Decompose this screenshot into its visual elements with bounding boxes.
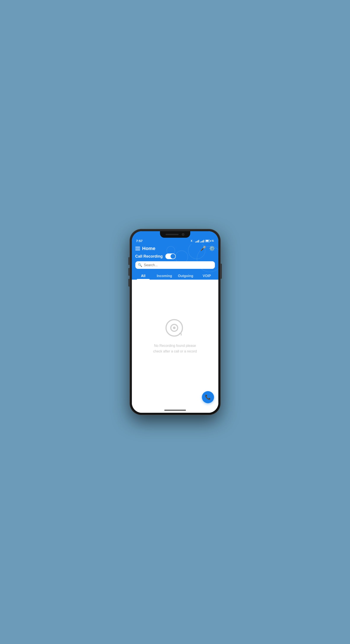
status-right: X · [191, 240, 214, 242]
header-row: Home 🎤 ⚙️ [135, 246, 215, 251]
empty-state-icon [164, 318, 186, 340]
search-bar[interactable]: 🔍 [135, 261, 215, 269]
app-title: Home [142, 246, 156, 251]
tab-voip[interactable]: VOIP [196, 272, 218, 280]
signal-bar [197, 240, 198, 242]
svg-point-2 [173, 326, 176, 329]
status-time: 7:57 [136, 239, 143, 243]
phone-screen: 7:57 X · [132, 231, 218, 413]
home-indicator [132, 408, 218, 413]
call-recording-row: Call Recording [135, 254, 215, 259]
hamburger-line [135, 247, 140, 248]
tab-all[interactable]: All [133, 272, 154, 280]
settings-button[interactable]: ⚙️ [209, 246, 215, 251]
phone-frame: 7:57 X · [130, 229, 220, 415]
signal-bar [200, 242, 201, 242]
signal-bar [204, 240, 204, 242]
network-label: X [191, 240, 192, 242]
signal-bars-2 [200, 240, 204, 242]
empty-state: No Recording found please check after a … [151, 318, 199, 354]
signal-bar [202, 240, 203, 242]
signal-bar [196, 241, 197, 242]
empty-state-text: No Recording found please check after a … [151, 343, 199, 354]
battery-body [205, 240, 210, 242]
tab-incoming[interactable]: Incoming [154, 272, 175, 280]
speaker [166, 234, 178, 235]
content-area: No Recording found please check after a … [132, 280, 218, 408]
header-left: Home [135, 246, 156, 251]
signal-bar [195, 242, 196, 242]
hamburger-line [135, 250, 140, 250]
call-recording-toggle[interactable] [166, 254, 176, 259]
tab-outgoing[interactable]: Outgoing [175, 272, 196, 280]
microphone-button[interactable]: 🎤 [200, 246, 206, 251]
battery-text: 81 [212, 240, 214, 242]
tabs-row: All Incoming Outgoing VOIP [132, 272, 218, 280]
search-icon: 🔍 [138, 263, 142, 267]
toggle-knob [170, 254, 175, 259]
battery-fill [206, 240, 208, 242]
hamburger-line [135, 248, 140, 249]
camera [182, 233, 184, 236]
signal-bar [198, 240, 199, 242]
phone-icon: 📞 [205, 394, 211, 400]
call-recording-label: Call Recording [135, 254, 163, 259]
signal-bar [201, 241, 202, 242]
header-icons: 🎤 ⚙️ [200, 246, 215, 251]
app-header: Home 🎤 ⚙️ Call Recording 🔍 [132, 244, 218, 272]
fab-call-button[interactable]: 📞 [202, 391, 214, 403]
search-input[interactable] [144, 263, 212, 267]
hamburger-menu-button[interactable] [135, 247, 140, 250]
home-bar [164, 410, 186, 410]
signal-bars-1 [195, 240, 199, 242]
battery-tip [210, 240, 211, 242]
battery-icon: 81 [205, 240, 214, 242]
status-dot: · [194, 240, 194, 242]
notch [160, 231, 190, 238]
